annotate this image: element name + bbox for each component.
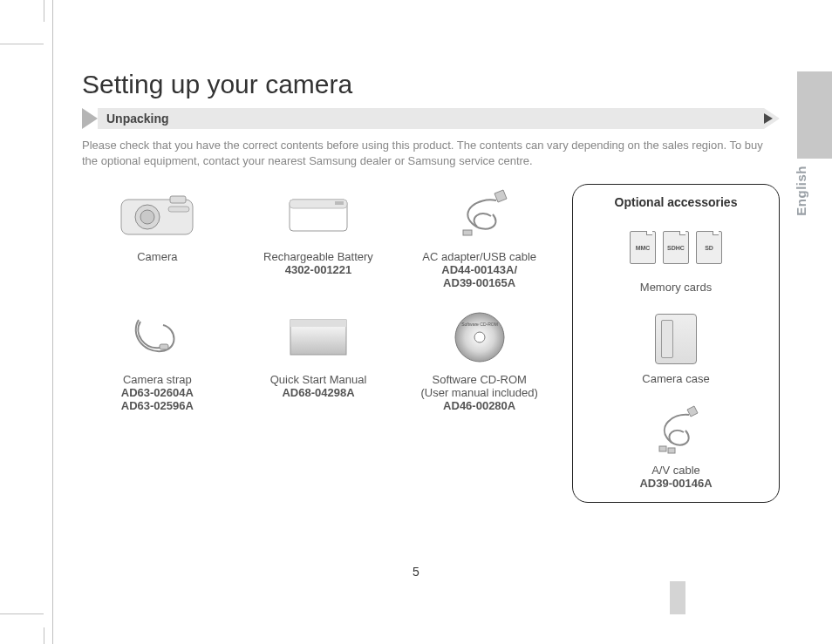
item-code: AD63-02604A (82, 386, 233, 399)
item-code: AD39-00165A (404, 276, 555, 289)
optional-heading: Optional accessories (582, 195, 770, 209)
svg-rect-3 (170, 196, 186, 203)
svg-rect-11 (290, 320, 346, 327)
camera-case-icon (582, 311, 770, 367)
crop-guide (0, 613, 44, 614)
svg-rect-7 (335, 201, 344, 205)
av-cable-icon (582, 403, 770, 458)
mmc-card-icon: MMC (630, 231, 656, 264)
section-heading: Unpacking (98, 108, 764, 129)
optional-item-code: AD39-00146A (582, 477, 770, 490)
camera-icon (82, 184, 233, 245)
intro-text: Please check that you have the correct c… (82, 138, 780, 168)
page-title: Setting up your camera (82, 70, 780, 99)
item-strap: Camera strap AD63-02604A AD63-02596A (82, 307, 233, 412)
svg-rect-9 (160, 344, 168, 349)
optional-item-label: Memory cards (582, 281, 770, 294)
item-sublabel: (User manual included) (404, 386, 555, 399)
sd-card-icon: SD (696, 231, 722, 264)
item-code: AD44-00143A/ (404, 263, 555, 276)
item-code: 4302-001221 (243, 263, 394, 276)
strap-icon (82, 307, 233, 368)
optional-item-label: Camera case (582, 372, 770, 385)
item-label: AC adapter/USB cable (404, 250, 555, 263)
language-label: English (794, 166, 808, 216)
sdhc-card-icon: SDHC (663, 231, 689, 264)
item-manual: Quick Start Manual AD68-04298A (243, 307, 394, 412)
page: English Setting up your camera Unpacking… (0, 0, 832, 644)
page-number: 5 (0, 565, 832, 579)
crop-guide (44, 0, 44, 22)
item-ac-usb-cable: AC adapter/USB cable AD44-00143A/ AD39-0… (404, 184, 555, 289)
svg-rect-8 (463, 230, 472, 235)
svg-rect-4 (168, 207, 189, 212)
item-label: Camera (82, 250, 233, 263)
svg-rect-16 (668, 448, 675, 453)
crop-guide (0, 44, 44, 44)
item-label: Camera strap (82, 373, 233, 386)
items-layout: Camera Rechargeable Battery 4302-001221 (82, 184, 780, 503)
svg-rect-15 (659, 446, 666, 451)
section-banner: Unpacking (82, 108, 780, 129)
cable-icon (404, 184, 555, 245)
item-code: AD46-00280A (404, 399, 555, 412)
optional-item-label: A/V cable (582, 464, 770, 477)
included-items-grid: Camera Rechargeable Battery 4302-001221 (82, 184, 555, 412)
cdrom-icon: Software CD-ROM (404, 307, 555, 368)
item-cdrom: Software CD-ROM Software CD-ROM (User ma… (404, 307, 555, 412)
svg-point-2 (140, 210, 154, 224)
item-label: Software CD-ROM (404, 373, 555, 386)
optional-memory-cards: MMC SDHC SD Memory cards (582, 220, 770, 294)
chevron-left-icon (82, 108, 98, 129)
chevron-right-icon (764, 108, 780, 129)
side-tab (797, 71, 832, 159)
page-number-tab (670, 581, 685, 614)
page-gutter (52, 0, 53, 644)
battery-icon (243, 184, 394, 245)
optional-av-cable: A/V cable AD39-00146A (582, 403, 770, 490)
item-code: AD63-02596A (82, 399, 233, 412)
crop-guide (44, 627, 44, 644)
optional-camera-case: Camera case (582, 311, 770, 385)
svg-text:Software CD-ROM: Software CD-ROM (461, 322, 498, 327)
content: Setting up your camera Unpacking Please … (82, 70, 780, 503)
svg-point-13 (474, 332, 485, 342)
optional-accessories-box: Optional accessories MMC SDHC SD Memory … (572, 184, 780, 503)
item-battery: Rechargeable Battery 4302-001221 (243, 184, 394, 289)
manual-icon (243, 307, 394, 368)
memory-cards-icon: MMC SDHC SD (582, 220, 770, 275)
item-camera: Camera (82, 184, 233, 289)
item-label: Quick Start Manual (243, 373, 394, 386)
item-label: Rechargeable Battery (243, 250, 394, 263)
item-code: AD68-04298A (243, 386, 394, 399)
